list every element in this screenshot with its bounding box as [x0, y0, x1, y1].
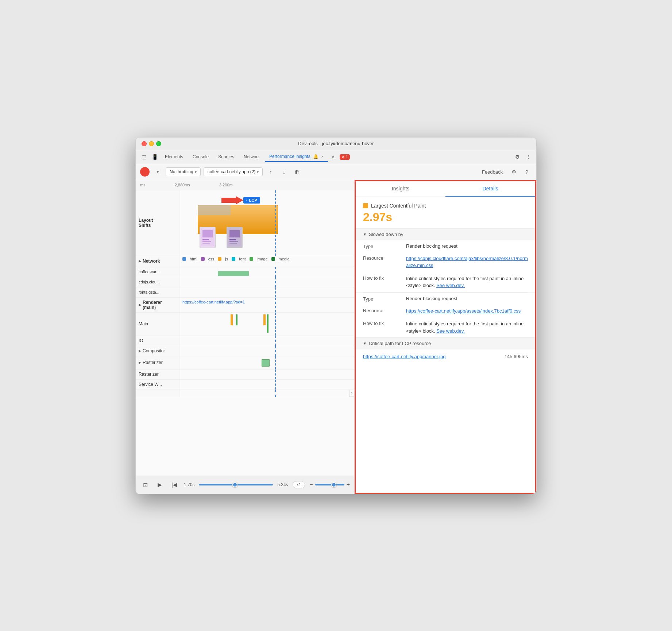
tab-overflow-icon[interactable]: » — [329, 152, 337, 161]
window-title: DevTools - jec.fyi/demo/menu-hover — [298, 141, 374, 146]
resource-label-2: Resource — [363, 307, 403, 315]
upload-icon[interactable]: ↑ — [266, 167, 276, 177]
legend-html: html — [190, 257, 197, 261]
screen-mode-icon[interactable]: ⊡ — [140, 480, 150, 490]
network-header-row: ▶ Network html css js font — [136, 256, 354, 267]
zoom-plus-button[interactable]: + — [347, 481, 350, 488]
main-label: Main — [136, 313, 179, 336]
resource-link-1[interactable]: https://cdnjs.cloudflare.com/ajax/libs/n… — [406, 255, 528, 269]
network-label[interactable]: ▶ Network — [136, 256, 179, 267]
compositor-label[interactable]: ▶ Compositor — [136, 346, 179, 356]
feedback-button[interactable]: Feedback — [479, 168, 506, 176]
delete-icon[interactable]: 🗑 — [292, 167, 302, 177]
thumbnails — [200, 227, 243, 248]
network-row-2-label: cdnjs.clou... — [136, 277, 179, 287]
legend-html-dot — [182, 257, 186, 261]
time-end: 5.34s — [277, 482, 288, 487]
rasterizer-content — [179, 356, 354, 369]
timeline-slider[interactable] — [199, 484, 273, 485]
detail-row-resource-2: Resource https://coffee-cart.netlify.app… — [356, 305, 535, 318]
slider-thumb[interactable] — [232, 482, 237, 487]
main-content: ms 2,880ms 3,200m LayoutShifts — [136, 180, 536, 494]
tab-console[interactable]: Console — [188, 152, 213, 162]
svg-rect-7 — [229, 230, 240, 237]
settings-icon[interactable]: ⚙ — [512, 152, 522, 162]
legend-js: js — [225, 257, 228, 261]
throttling-dropdown[interactable]: No throttling ▾ — [166, 167, 201, 176]
renderer-link[interactable]: https://coffee-cart.netlify.app/?ad=1 — [182, 300, 245, 304]
settings-toolbar-icon[interactable]: ⚙ — [509, 167, 519, 177]
rasterizer-row-2: Rasterizer — [136, 369, 354, 380]
dashed-line-net2 — [275, 277, 276, 287]
extra-label — [136, 390, 179, 397]
ruler-2880: 2,880ms — [175, 183, 190, 187]
profile-dropdown[interactable]: coffee-cart.netlify.app (2) ▾ — [204, 167, 263, 176]
gray-bar — [198, 205, 231, 215]
see-web-dev-2[interactable]: See web.dev. — [436, 328, 465, 334]
main-bar-green — [236, 314, 237, 325]
close-button[interactable] — [142, 141, 147, 146]
minimize-button[interactable] — [149, 141, 154, 146]
tab-details[interactable]: Details — [445, 181, 535, 197]
tab-performance-insights[interactable]: Performance insights 🔔 × — [265, 152, 328, 162]
service-worker-content — [179, 380, 354, 390]
dashed-line-main — [275, 313, 276, 336]
zoom-controls: − + — [309, 481, 350, 488]
record-button[interactable] — [140, 167, 150, 177]
inspect-icon[interactable]: ⬚ — [139, 152, 149, 162]
main-bar-yellow — [231, 314, 233, 325]
io-content — [179, 336, 354, 346]
device-icon[interactable]: 📱 — [150, 152, 160, 162]
svg-rect-10 — [229, 243, 237, 244]
network-row-1-label: coffee-car... — [136, 267, 179, 277]
detail-row-resource-1: Resource https://cdnjs.cloudflare.com/aj… — [356, 252, 535, 272]
timeline-tracks[interactable]: LayoutShifts — [136, 190, 354, 476]
zoom-slider[interactable] — [315, 484, 344, 485]
timeline-panel: ms 2,880ms 3,200m LayoutShifts — [136, 180, 355, 494]
timeline-slider-container[interactable] — [199, 484, 273, 485]
renderer-content: https://coffee-cart.netlify.app/?ad=1 — [179, 298, 354, 312]
profile-label: coffee-cart.netlify.app (2) — [208, 169, 256, 174]
more-options-icon[interactable]: ⋮ — [523, 152, 533, 162]
record-dropdown-icon[interactable]: ▾ — [152, 167, 163, 177]
zoom-thumb[interactable] — [331, 482, 336, 487]
play-button[interactable]: ▶ — [155, 480, 165, 490]
metric-dot — [363, 203, 368, 208]
red-arrow-svg — [221, 196, 243, 204]
svg-rect-5 — [202, 243, 210, 244]
slowed-down-header[interactable]: ▼ Slowed down by — [356, 229, 535, 240]
svg-rect-3 — [202, 239, 209, 240]
resource-link-2[interactable]: https://coffee-cart.netlify.app/assets/i… — [406, 307, 528, 315]
arrow-container: ▪ LCP — [221, 196, 260, 204]
zoom-minus-button[interactable]: − — [309, 481, 313, 488]
rasterizer-label[interactable]: ▶ Rasterizer — [136, 356, 179, 369]
tab-elements[interactable]: Elements — [161, 152, 188, 162]
type-label-2: Type — [363, 296, 403, 302]
tab-network[interactable]: Network — [239, 152, 264, 162]
maximize-button[interactable] — [156, 141, 161, 146]
legend-css-dot — [201, 257, 205, 261]
critical-path-link[interactable]: https://coffee-cart.netlify.app/banner.j… — [363, 354, 445, 359]
legend-media-dot — [271, 257, 275, 261]
svg-marker-0 — [221, 196, 243, 204]
skip-back-button[interactable]: |◀ — [169, 480, 179, 490]
tab-close-icon[interactable]: × — [321, 154, 324, 159]
dashed-line-io — [275, 336, 276, 346]
svg-rect-4 — [202, 241, 211, 242]
tab-sources[interactable]: Sources — [214, 152, 239, 162]
extra-row: › — [136, 390, 354, 397]
how-to-1: Inline critical styles required for the … — [406, 275, 528, 289]
download-icon[interactable]: ↓ — [279, 167, 289, 177]
see-web-dev-1[interactable]: See web.dev. — [436, 283, 465, 288]
insights-content[interactable]: Largest Contentful Paint 2.97s ▼ Slowed … — [356, 197, 535, 493]
critical-path-header[interactable]: ▼ Critical path for LCP resource — [356, 338, 535, 349]
help-icon[interactable]: ? — [522, 167, 532, 177]
scroll-right-icon[interactable]: › — [349, 390, 354, 397]
detail-row-how-1: How to fix Inline critical styles requir… — [356, 272, 535, 292]
thumb-svg-1 — [201, 229, 214, 246]
renderer-label[interactable]: ▶ Renderer(main) — [136, 298, 179, 312]
how-to-2: Inline critical styles required for the … — [406, 320, 528, 334]
metric-header: Largest Contentful Paint 2.97s — [356, 197, 535, 229]
error-badge: ✕ 1 — [340, 154, 350, 160]
tab-insights[interactable]: Insights — [356, 181, 445, 197]
